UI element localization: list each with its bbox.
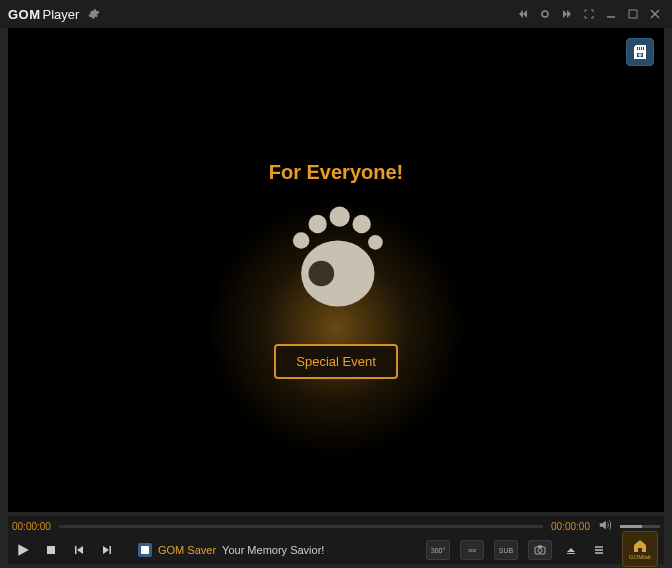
svg-rect-2 — [629, 10, 637, 18]
paw-logo-icon — [281, 202, 391, 316]
video-area[interactable]: For Everyone! Special Event — [8, 28, 664, 512]
elapsed-time: 00:00:00 — [12, 521, 51, 532]
svg-point-6 — [293, 232, 310, 249]
previous-button[interactable] — [70, 541, 88, 559]
svg-point-16 — [538, 549, 542, 553]
svg-point-7 — [309, 215, 327, 233]
effects-button[interactable]: ≡≡ — [460, 540, 484, 560]
gear-icon[interactable] — [87, 7, 101, 21]
time-bar: 00:00:00 00:00:00 — [8, 516, 664, 536]
svg-point-10 — [368, 235, 383, 250]
svg-rect-14 — [141, 546, 149, 554]
subtitle-button[interactable]: SUB — [494, 540, 518, 560]
stop-button[interactable] — [42, 541, 60, 559]
svg-point-9 — [353, 215, 371, 233]
promo-area[interactable]: GOM Saver Your Memory Savior! — [138, 543, 324, 557]
special-event-button[interactable]: Special Event — [274, 344, 398, 379]
progress-slider[interactable] — [59, 525, 543, 528]
svg-point-12 — [309, 261, 335, 287]
svg-rect-17 — [538, 546, 542, 548]
sd-card-icon[interactable] — [626, 38, 654, 66]
speed-down-icon[interactable] — [514, 5, 532, 23]
app-logo[interactable]: GOM Player — [8, 7, 79, 22]
promo-tail: Your Memory Savior! — [222, 544, 324, 556]
play-button[interactable] — [14, 541, 32, 559]
promo-lead: GOM Saver — [158, 544, 216, 556]
maximize-icon[interactable] — [624, 5, 642, 23]
close-icon[interactable] — [646, 5, 664, 23]
gomlab-button[interactable]: GOMlab — [622, 531, 658, 567]
total-time: 00:00:00 — [551, 521, 590, 532]
svg-point-8 — [330, 207, 350, 227]
title-bar: GOM Player — [0, 0, 672, 28]
volume-icon[interactable] — [598, 518, 612, 534]
gomlab-label: GOMlab — [629, 554, 651, 560]
next-button[interactable] — [98, 541, 116, 559]
svg-rect-13 — [47, 546, 55, 554]
volume-slider[interactable] — [620, 525, 660, 528]
logo-prefix: GOM — [8, 7, 41, 22]
tagline: For Everyone! — [269, 161, 403, 184]
playlist-button[interactable] — [590, 541, 608, 559]
logo-suffix: Player — [43, 7, 80, 22]
promo-icon — [138, 543, 152, 557]
speed-up-icon[interactable] — [558, 5, 576, 23]
window-controls — [514, 5, 664, 23]
minimize-icon[interactable] — [602, 5, 620, 23]
fullscreen-icon[interactable] — [580, 5, 598, 23]
control-bar: GOM Saver Your Memory Savior! 360° ≡≡ SU… — [8, 536, 664, 564]
360-button[interactable]: 360° — [426, 540, 450, 560]
screenshot-button[interactable] — [528, 540, 552, 560]
open-file-button[interactable] — [562, 541, 580, 559]
speed-reset-icon[interactable] — [536, 5, 554, 23]
svg-point-0 — [542, 11, 548, 17]
